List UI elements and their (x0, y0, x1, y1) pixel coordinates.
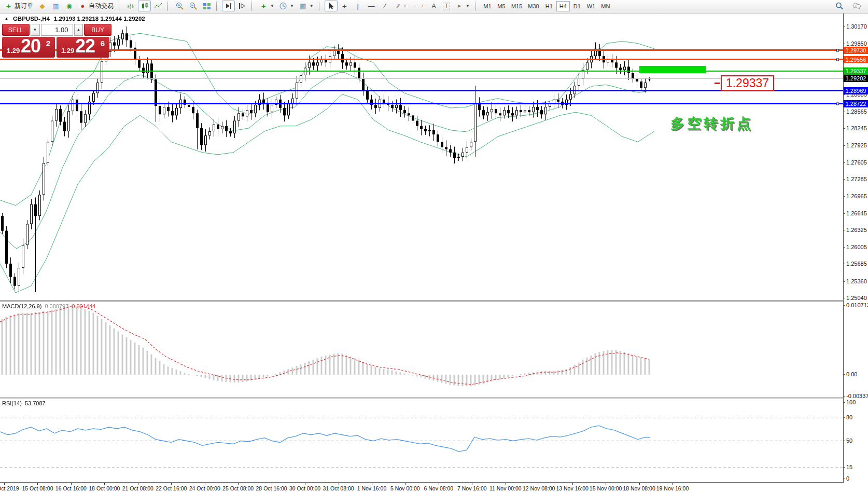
auto-scroll-button[interactable] (222, 1, 235, 11)
rsi-indicator-canvas[interactable] (0, 399, 843, 483)
volume-increase-button[interactable]: ▲ (74, 24, 83, 36)
horizontal-line-object-1.29337[interactable] (0, 71, 843, 72)
time-axis-tick (439, 483, 439, 485)
dropdown-caret-icon[interactable]: ▼ (270, 4, 274, 8)
timeframe-mn-button[interactable]: MN (598, 1, 612, 11)
time-axis-label: 11 Nov 00:00 (489, 485, 522, 491)
dropdown-caret-icon[interactable]: ▼ (466, 4, 470, 8)
toolbar-right-group (833, 1, 866, 11)
price-line-label: 1.29556 (844, 56, 868, 63)
profiles-button[interactable]: ◆ (36, 1, 49, 11)
price-line-label: 1.28969 (844, 87, 868, 94)
chart-shift-button[interactable] (235, 1, 248, 11)
sell-button[interactable]: SELL (2, 24, 30, 36)
line-chart-button[interactable] (151, 1, 164, 11)
volume-input[interactable] (41, 24, 73, 36)
new-order-button[interactable]: +新订单 (2, 1, 35, 11)
dropdown-caret-icon[interactable]: ▼ (310, 4, 314, 8)
time-axis-tick (606, 483, 606, 485)
time-axis-label: 19 Nov 16:00 (656, 485, 689, 491)
time-axis-tick (339, 483, 339, 485)
time-axis-label: 7 Nov 16:00 (457, 485, 487, 491)
timeframe-w1-button[interactable]: W1 (584, 1, 598, 11)
chat-button[interactable] (850, 1, 863, 11)
current-price-line (0, 78, 843, 79)
ohlc-values: 1.29193 1.29218 1.29144 1.29202 (54, 16, 145, 22)
dropdown-caret-icon[interactable]: ▼ (290, 4, 294, 8)
trendline-button[interactable]: ∕ (379, 1, 391, 11)
search-button[interactable] (833, 1, 846, 11)
indicators-button[interactable]: +▼ (257, 1, 276, 11)
zoom-in-button[interactable] (173, 1, 186, 11)
volume-decrease-button[interactable]: ▼ (31, 24, 40, 36)
horizontal-line-object-1.28969[interactable] (0, 90, 843, 91)
time-axis-label: 22 Oct 16:00 (156, 485, 187, 491)
time-axis-label: 21 Oct 08:00 (122, 485, 153, 491)
tile-windows-button[interactable] (200, 1, 213, 11)
timeframe-m5-button[interactable]: M5 (495, 1, 508, 11)
zoom-out-icon (189, 2, 198, 10)
vertical-line-button[interactable]: | (352, 1, 365, 11)
toolbar-separator (319, 2, 323, 11)
time-axis-tick (405, 483, 405, 485)
arrows-icon: ➤ (455, 2, 464, 10)
bar-chart-icon (127, 2, 135, 10)
line-handle[interactable] (836, 102, 839, 105)
buy-button[interactable]: BUY (84, 24, 111, 36)
buy-quote-box[interactable]: 1.29 22 6 (57, 37, 109, 58)
price-chart-canvas[interactable] (0, 13, 843, 300)
periods-button[interactable]: ▼ (277, 1, 296, 11)
text-button[interactable]: A (427, 1, 440, 11)
macd-indicator-label: MACD(12,26,9) 0.000797 0.001444 (2, 303, 95, 309)
panel-separator[interactable] (0, 398, 843, 399)
time-axis-label: 15 Nov 00:00 (590, 485, 622, 491)
time-axis-label: 15 Oct 08:00 (22, 485, 53, 491)
line-handle[interactable] (836, 49, 839, 51)
fibonacci-button[interactable]: ┄F (410, 1, 427, 11)
signals-button[interactable]: ◉ (63, 1, 76, 11)
sell-quote-box[interactable]: 1.29 20 2 (2, 37, 55, 58)
panel-separator[interactable] (0, 300, 843, 302)
timeframe-h1-button[interactable]: H1 (542, 1, 556, 11)
time-axis[interactable]: 14 Oct 201915 Oct 08:0016 Oct 16:0018 Oc… (0, 483, 868, 492)
zoom-out-button[interactable] (187, 1, 200, 11)
timeframe-m30-button[interactable]: M30 (525, 1, 541, 11)
timeframe-m1-button[interactable]: M1 (481, 1, 494, 11)
templates-button[interactable]: ▦▼ (297, 1, 316, 11)
autotrading-button[interactable]: ●自动交易 (76, 1, 116, 11)
timeframe-m15-button[interactable]: M15 (509, 1, 525, 11)
collapse-trade-panel-icon[interactable]: ▲ (4, 16, 9, 21)
time-axis-tick (305, 483, 305, 485)
price-scale[interactable]: 1.301701.298501.288851.285651.282451.279… (844, 13, 868, 483)
macd-signal-value: 0.001444 (72, 303, 95, 309)
timeframe-h4-button[interactable]: H4 (556, 1, 570, 11)
price-axis-tick: 1.26005 (846, 244, 867, 250)
horizontal-line-button[interactable]: — (365, 1, 378, 11)
signals-icon: ◉ (65, 2, 74, 10)
line-handle[interactable] (836, 58, 839, 61)
price-callout-label[interactable]: 1.29337 (721, 75, 774, 91)
crosshair-button[interactable]: + (338, 1, 351, 11)
time-axis-label: 18 Nov 08:00 (623, 485, 655, 491)
time-axis-tick (171, 483, 172, 485)
cursor-button[interactable] (325, 1, 338, 11)
timeframe-d1-button[interactable]: D1 (570, 1, 584, 11)
price-line-label: 1.29730 (844, 47, 868, 54)
bar-chart-button[interactable] (124, 1, 137, 11)
time-axis-label: 25 Oct 08:00 (222, 485, 254, 491)
horizontal-line-object-1.29730[interactable] (0, 49, 843, 51)
channel-button[interactable]: ∕∕E (392, 1, 409, 11)
horizontal-line-object-1.28722[interactable] (0, 103, 843, 104)
text-label-button[interactable]: T (441, 1, 452, 11)
highlight-rectangle-object[interactable] (639, 66, 706, 73)
arrows-button[interactable]: ➤▼ (453, 1, 472, 11)
terminal-button[interactable]: ▥ (49, 1, 62, 11)
candlestick-chart-button[interactable] (138, 1, 151, 11)
macd-indicator-canvas[interactable] (0, 302, 843, 398)
terminal-icon: ▥ (51, 2, 60, 10)
toolbar-separator (216, 2, 220, 11)
horizontal-line-object-1.29556[interactable] (0, 59, 843, 60)
time-axis-label: 28 Oct 16:00 (256, 485, 287, 491)
turning-point-annotation[interactable]: 多空转折点 (670, 114, 753, 133)
rsi-axis-tick: 15 (846, 464, 852, 470)
